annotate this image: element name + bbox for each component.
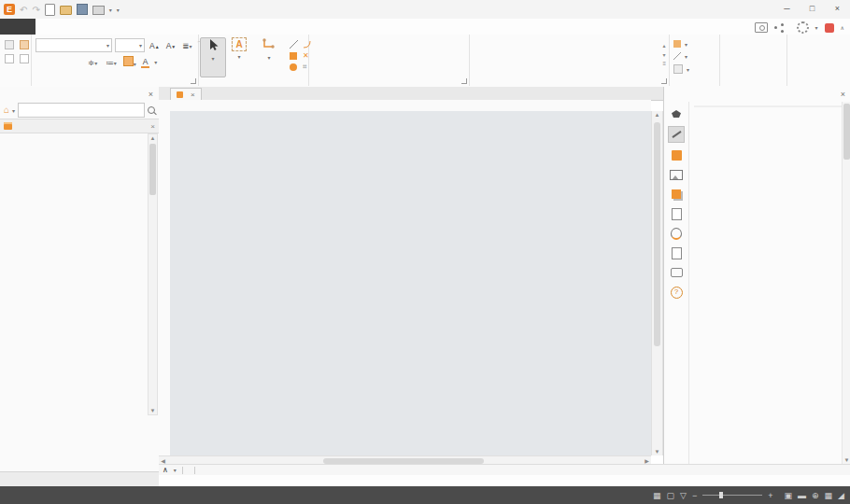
- styles-dialog-launcher-icon[interactable]: [661, 78, 667, 84]
- vertical-scroll-thumb[interactable]: [654, 122, 660, 346]
- text-icon: A: [232, 37, 247, 51]
- line-panel-scroll-thumb[interactable]: [843, 104, 850, 160]
- connector-tool-button[interactable]: ▾: [251, 37, 287, 76]
- library-home-dropdown-icon[interactable]: ▾: [12, 107, 15, 114]
- cut-icon[interactable]: [5, 40, 14, 49]
- file-menu-button[interactable]: [0, 19, 35, 35]
- collapse-pagebar-icon[interactable]: ∧: [163, 466, 168, 474]
- bullets-icon[interactable]: ≔▾: [104, 58, 119, 67]
- library-search-icon[interactable]: [148, 106, 155, 114]
- increase-font-icon[interactable]: A▲: [148, 41, 162, 50]
- library-home-icon[interactable]: ⌂: [4, 105, 9, 115]
- print-icon[interactable]: [92, 6, 105, 15]
- highlight-icon[interactable]: ▾: [123, 56, 136, 68]
- new-document-icon[interactable]: [45, 4, 55, 16]
- arrange-dialog-launcher-icon[interactable]: [461, 78, 467, 84]
- rectangle-shape-icon[interactable]: [290, 52, 297, 60]
- libraries-close-icon[interactable]: ×: [149, 87, 153, 102]
- shape-grid: [2, 133, 148, 415]
- quick-color-icon[interactable]: [669, 147, 684, 162]
- grid-view-icon[interactable]: ▦: [825, 491, 833, 500]
- text-tool-button[interactable]: A ▾: [227, 37, 251, 76]
- document-tab[interactable]: ×: [170, 88, 202, 101]
- fit-width-icon[interactable]: ▬: [798, 491, 806, 500]
- redo-icon[interactable]: ↷: [32, 5, 39, 15]
- zoom-slider-thumb[interactable]: [719, 492, 723, 498]
- shadow-icon: [673, 64, 683, 74]
- settings-dropdown-icon[interactable]: ▾: [815, 24, 818, 31]
- undo-icon[interactable]: ↶: [20, 5, 27, 15]
- library-scroll-thumb[interactable]: [149, 144, 156, 195]
- zoom-in-icon[interactable]: +: [768, 491, 772, 500]
- screenshot-icon[interactable]: [755, 22, 768, 33]
- settings-gear-icon[interactable]: [797, 21, 809, 34]
- canvas-scroll-up-icon[interactable]: ▲: [652, 111, 662, 119]
- library-scrollbar[interactable]: ▲ ▼: [148, 133, 158, 415]
- styles-up-icon[interactable]: ▴: [662, 42, 666, 49]
- line-panel-scrollbar[interactable]: ▼: [842, 102, 850, 464]
- comment-format-icon[interactable]: [669, 265, 684, 280]
- fill-button[interactable]: ▾: [673, 40, 689, 48]
- customize-toolbar-icon[interactable]: ▾: [117, 7, 120, 13]
- page-select[interactable]: ▾: [174, 466, 177, 474]
- fit-page-icon[interactable]: ▣: [785, 491, 793, 500]
- decrease-font-icon[interactable]: A▼: [164, 41, 178, 50]
- shadow-format-icon[interactable]: [669, 187, 684, 202]
- page-format-icon[interactable]: [669, 206, 684, 221]
- ellipse-shape-icon[interactable]: [290, 63, 297, 71]
- document-tab-close-icon[interactable]: ×: [191, 91, 195, 99]
- minimize-button[interactable]: ─: [774, 0, 800, 19]
- ribbon-group-styles: ▴ ▾ ≡: [469, 35, 670, 86]
- fill-format-icon[interactable]: [669, 106, 684, 121]
- line-panel-scroll-down-icon[interactable]: ▼: [843, 456, 850, 464]
- paste-icon[interactable]: [5, 54, 14, 63]
- vertical-scrollbar[interactable]: ▲ ▼: [651, 111, 663, 455]
- align-icon[interactable]: ≣▾: [180, 41, 193, 50]
- library-folder-icon: [4, 122, 12, 130]
- font-size-select[interactable]: ▾: [115, 38, 145, 52]
- help-icon[interactable]: ?: [669, 285, 684, 300]
- print-preview-dropdown-icon[interactable]: ▾: [109, 7, 112, 13]
- pan-view-icon[interactable]: ▽: [680, 491, 687, 500]
- share-icon[interactable]: [774, 23, 784, 33]
- close-button[interactable]: ×: [825, 0, 850, 19]
- status-bar-right: ▦ ▢ ▽ − + ▣ ▬ ⊕ ▦ ◢: [653, 491, 844, 500]
- scroll-up-icon[interactable]: ▲: [149, 134, 157, 142]
- open-icon[interactable]: [60, 6, 72, 15]
- font-color-icon[interactable]: A: [141, 57, 150, 68]
- maximize-button[interactable]: □: [800, 0, 825, 19]
- shadow-button[interactable]: ▾: [673, 64, 689, 74]
- hyperlink-format-icon[interactable]: [669, 226, 684, 241]
- library-section-header[interactable]: ×: [0, 119, 159, 133]
- zoom-out-icon[interactable]: −: [692, 491, 697, 500]
- promotion-icon[interactable]: [825, 23, 834, 33]
- canvas-scroll-down-icon[interactable]: ▼: [652, 448, 662, 455]
- scroll-down-icon[interactable]: ▼: [149, 407, 157, 414]
- select-tool-button[interactable]: ▾: [200, 37, 226, 77]
- font-family-select[interactable]: ▾: [35, 38, 112, 52]
- font-dialog-launcher-icon[interactable]: [191, 78, 196, 84]
- ribbon: ▾ ▾ A▲ A▼ ≣▾ ⌒ ≑▾ ≔▾ ▾ A▾ ▾ A: [0, 35, 850, 88]
- ribbon-group-file: [0, 35, 32, 86]
- normal-view-icon[interactable]: ▦: [653, 491, 661, 500]
- find-zoom-icon[interactable]: ⊕: [812, 491, 819, 500]
- line-spacing-icon[interactable]: ≑▾: [86, 58, 99, 67]
- line-format-icon[interactable]: [668, 126, 685, 143]
- line-panel-close-icon[interactable]: ×: [841, 87, 845, 102]
- styles-more-icon[interactable]: ≡: [662, 61, 666, 66]
- format-painter-icon[interactable]: [20, 40, 29, 49]
- library-search-input[interactable]: [18, 103, 145, 118]
- library-section-close-icon[interactable]: ×: [150, 122, 155, 131]
- collapse-ribbon-icon[interactable]: ∧: [841, 24, 844, 31]
- drawing-canvas[interactable]: [170, 111, 651, 455]
- line-panel: × ? ▼: [663, 87, 850, 464]
- document-format-icon[interactable]: [669, 245, 684, 260]
- line-shape-icon[interactable]: [290, 40, 298, 49]
- styles-down-icon[interactable]: ▾: [662, 51, 666, 58]
- line-button[interactable]: ▾: [673, 52, 689, 60]
- picture-format-icon[interactable]: [669, 167, 684, 182]
- zoom-slider[interactable]: [702, 495, 762, 496]
- full-screen-icon[interactable]: ▢: [667, 491, 675, 500]
- copy-icon[interactable]: [20, 54, 29, 63]
- save-icon[interactable]: [77, 4, 88, 15]
